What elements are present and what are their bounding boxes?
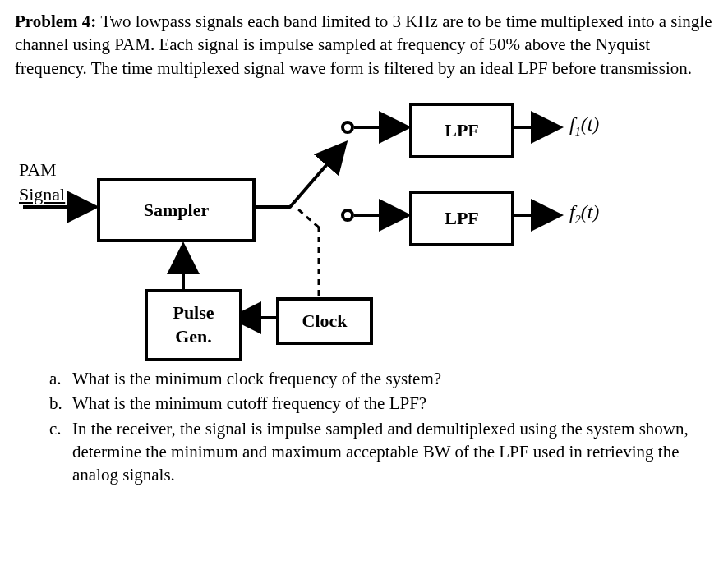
lpf-block-2: LPF — [409, 191, 514, 246]
question-label: c. — [49, 417, 72, 487]
pulse-gen-block: Pulse Gen. — [145, 289, 242, 361]
question-text: What is the minimum clock frequency of t… — [72, 367, 713, 390]
svg-line-12 — [298, 209, 319, 227]
lpf-block-1: LPF — [409, 103, 514, 158]
svg-point-5 — [343, 122, 352, 132]
question-b: b. What is the minimum cutoff frequency … — [49, 392, 713, 415]
problem-text: Two lowpass signals each band limited to… — [15, 11, 712, 78]
svg-point-6 — [343, 210, 352, 220]
clock-block: Clock — [276, 297, 373, 345]
question-a: a. What is the minimum clock frequency o… — [49, 367, 713, 390]
block-diagram: PAM Signal Sampler Pulse Gen. Clock LPF … — [15, 88, 623, 359]
question-text: In the receiver, the signal is impulse s… — [72, 417, 713, 487]
question-text: What is the minimum cutoff frequency of … — [72, 392, 713, 415]
pam-signal-label: PAM Signal — [19, 158, 65, 206]
question-label: b. — [49, 392, 72, 415]
question-label: a. — [49, 367, 72, 390]
problem-block: Problem 4: Two lowpass signals each band… — [15, 10, 713, 80]
f2-output-label: f2(t) — [569, 199, 599, 228]
f1-output-label: f1(t) — [569, 111, 599, 140]
sampler-block: Sampler — [97, 178, 256, 242]
problem-header: Problem 4: — [15, 11, 96, 31]
svg-line-4 — [290, 145, 343, 207]
questions-list: a. What is the minimum clock frequency o… — [15, 367, 713, 487]
question-c: c. In the receiver, the signal is impuls… — [49, 417, 713, 487]
